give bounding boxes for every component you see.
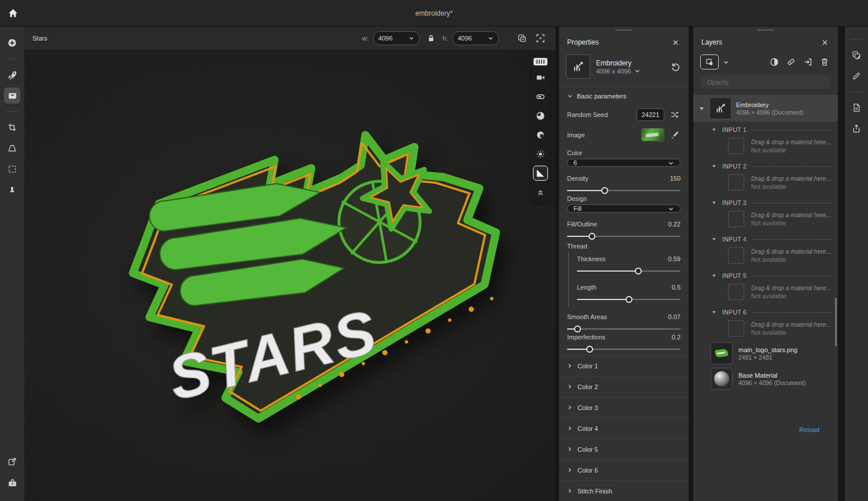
environment-button[interactable]	[534, 109, 547, 123]
home-button[interactable]	[0, 0, 25, 26]
rotate-environment-button[interactable]	[534, 128, 547, 142]
chevron-down-icon[interactable]	[634, 68, 641, 74]
duplicate-canvas-button[interactable]	[515, 31, 529, 45]
material-drop-slot[interactable]	[728, 174, 744, 191]
perspective-tool-button[interactable]	[4, 140, 20, 156]
drop-hint: Drag & drop a material here...	[751, 284, 831, 292]
thickness-label: Thickness	[577, 255, 606, 262]
divider	[6, 111, 19, 112]
section-color-6[interactable]: Color 6	[559, 459, 689, 480]
collapse-toolbar-button[interactable]	[534, 185, 547, 199]
export-button[interactable]	[4, 454, 20, 470]
input-header[interactable]: INPUT 5	[693, 268, 838, 281]
add-icon	[8, 38, 17, 47]
input-header[interactable]: INPUT 4	[693, 231, 838, 245]
section-label: Color 1	[578, 363, 598, 370]
shading-mode-button[interactable]	[534, 166, 547, 180]
color-select[interactable]: 6	[567, 159, 681, 167]
rocket-tool-button[interactable]	[4, 67, 20, 83]
expand-triangle-icon	[711, 200, 718, 205]
material-drop-slot[interactable]	[728, 211, 744, 227]
light-button[interactable]	[534, 147, 547, 161]
section-color-3[interactable]: Color 3	[559, 397, 689, 418]
materials-icon	[8, 91, 17, 101]
layers-scrollbar[interactable]	[835, 298, 837, 346]
scene-tab[interactable]: Stars	[32, 35, 47, 42]
shuffle-button[interactable]	[669, 109, 681, 120]
close-properties-button[interactable]	[670, 37, 681, 47]
close-layers-button[interactable]	[819, 37, 830, 47]
fill-outline-row: Fill/Outline 0.22	[559, 217, 689, 230]
edit-image-button[interactable]	[669, 129, 681, 141]
material-drop-slot[interactable]	[728, 247, 744, 264]
design-select[interactable]: Fill	[567, 204, 681, 213]
length-slider[interactable]	[577, 295, 681, 304]
reload-link[interactable]: Reload	[799, 426, 819, 433]
chevron-right-icon	[567, 384, 572, 389]
right-toolbar	[845, 27, 868, 501]
crop-tool-button[interactable]	[4, 119, 20, 136]
chevron-down-icon[interactable]	[723, 59, 729, 65]
panel-drag-handle[interactable]	[559, 27, 689, 34]
input-header[interactable]: INPUT 6	[693, 304, 838, 318]
section-color-5[interactable]: Color 5	[559, 438, 689, 459]
layers-panel: Layers	[693, 27, 838, 501]
drop-hint: Drag & drop a material here...	[751, 320, 831, 328]
input-group-1: INPUT 1 Drag & drop a material here... N…	[693, 122, 838, 158]
section-color-2[interactable]: Color 2	[559, 376, 689, 397]
home-icon	[8, 8, 18, 18]
width-select[interactable]: 4096	[373, 31, 420, 45]
crop-icon	[8, 123, 17, 132]
thickness-slider[interactable]	[577, 266, 681, 276]
properties-title: Properties	[567, 38, 599, 46]
material-header-row[interactable]: Embroidery 4096 x 4096	[559, 53, 689, 86]
add-button[interactable]	[4, 35, 20, 51]
chevron-down-icon	[567, 93, 573, 99]
random-seed-input[interactable]: 24221	[637, 108, 664, 121]
input-header[interactable]: INPUT 1	[693, 122, 838, 136]
material-drop-slot[interactable]	[728, 138, 744, 154]
camera-button[interactable]	[534, 71, 547, 85]
input-header[interactable]: INPUT 2	[693, 158, 838, 172]
draw-button[interactable]	[848, 68, 865, 84]
import-resource-button[interactable]	[801, 56, 814, 68]
panel-drag-handle[interactable]	[693, 27, 838, 34]
matcap-button[interactable]	[534, 90, 547, 104]
basic-parameters-section[interactable]: Basic parameters	[559, 86, 689, 105]
layer-name: Embroidery	[736, 101, 803, 109]
toolbar-grip-handle[interactable]	[534, 58, 547, 65]
share-button[interactable]	[848, 120, 865, 137]
trash-icon	[820, 57, 829, 67]
layer-row-main-logo[interactable]: main_logo_stars.png 2481 × 2481	[693, 341, 838, 366]
image-label: Image	[567, 131, 585, 138]
input-label: INPUT 5	[722, 272, 746, 279]
image-thumbnail[interactable]	[641, 128, 664, 141]
section-color-4[interactable]: Color 4	[559, 418, 689, 438]
eraser-button[interactable]	[785, 56, 797, 68]
materials-tool-button[interactable]	[4, 87, 20, 104]
viewport-toolbar	[531, 55, 550, 203]
lock-ratio-button[interactable]	[424, 31, 438, 45]
toolbox-button[interactable]	[4, 474, 20, 491]
input-header[interactable]: INPUT 3	[693, 195, 838, 209]
section-stitch-finish[interactable]: Stitch Finish	[559, 480, 689, 501]
expand-triangle-icon[interactable]	[698, 106, 705, 111]
reset-material-button[interactable]	[669, 60, 682, 73]
layers-edit-button[interactable]	[848, 47, 865, 63]
add-layer-button[interactable]	[700, 54, 719, 70]
stamp-tool-button[interactable]	[4, 182, 20, 198]
material-drop-slot[interactable]	[728, 284, 744, 300]
smooth-areas-value: 0.07	[668, 313, 681, 320]
viewport-3d[interactable]: STARS	[24, 50, 556, 501]
adjustment-layer-button[interactable]	[768, 56, 781, 68]
height-select[interactable]: 4096	[453, 31, 499, 45]
section-color-1[interactable]: Color 1	[559, 355, 689, 376]
layer-row-embroidery[interactable]: Embroidery 4096 × 4096 (Document)	[693, 95, 838, 122]
input-label: INPUT 3	[722, 199, 746, 206]
document-info-button[interactable]	[848, 100, 865, 116]
fit-view-button[interactable]	[534, 31, 547, 45]
delete-layer-button[interactable]	[818, 56, 831, 68]
layer-row-base-material[interactable]: Base Material 4096 × 4096 (Document)	[693, 366, 838, 392]
select-tool-button[interactable]	[4, 161, 20, 177]
material-drop-slot[interactable]	[728, 320, 744, 337]
